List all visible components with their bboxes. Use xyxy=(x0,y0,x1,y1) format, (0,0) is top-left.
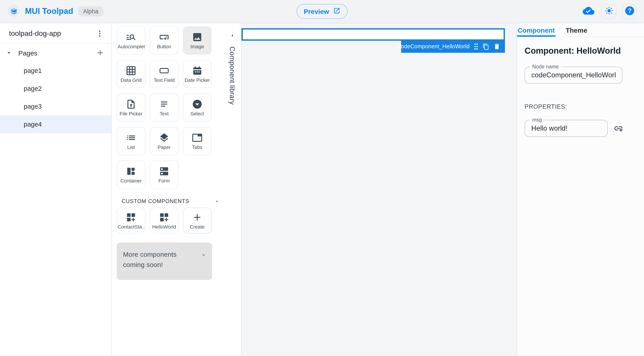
component-cards-grid: AutocompleteButtonImageData GridText Fie… xyxy=(117,26,224,189)
plus-icon xyxy=(192,212,202,222)
component-card-label: Select xyxy=(190,111,204,116)
inspector-content: Component: HelloWorld Node name PROPERTI… xyxy=(517,37,644,137)
pages-tree-header[interactable]: Pages xyxy=(0,44,111,62)
app-window: MUI Toolpad Alpha Preview ? xyxy=(0,0,644,356)
inspector-tabs: Component Theme xyxy=(517,23,644,37)
custom-components-grid: ContactSta…HelloWorldCreate xyxy=(117,208,224,234)
canvas[interactable]: codeComponent_HelloWorld xyxy=(242,23,516,356)
msg-input[interactable] xyxy=(525,124,607,132)
collapse-section-icon xyxy=(214,198,220,204)
selection-toolbar: codeComponent_HelloWorld xyxy=(401,40,505,52)
component-card-label: Text xyxy=(160,111,168,116)
pages-tree: Pages page1page2page3page4 xyxy=(0,44,111,133)
msg-field: msg xyxy=(524,120,608,137)
sidebar-item-page3[interactable]: page3 xyxy=(0,98,111,116)
help-button[interactable]: ? xyxy=(622,4,637,19)
component-card-label: Paper xyxy=(158,144,171,150)
create-component-card[interactable]: Create xyxy=(183,208,212,234)
drag-handle[interactable] xyxy=(474,43,478,50)
node-name-field: Node name xyxy=(524,67,622,84)
component-card-text[interactable]: Text xyxy=(150,94,178,122)
app-title: MUI Toolpad xyxy=(25,7,73,16)
theme-toggle-button[interactable] xyxy=(602,4,616,19)
bind-property-button[interactable] xyxy=(614,124,624,133)
selection-label: codeComponent_HelloWorld xyxy=(398,44,470,50)
component-card-list[interactable]: List xyxy=(117,127,145,155)
component-card-tabs[interactable]: Tabs xyxy=(183,127,212,155)
component-card-label: File Picker xyxy=(120,111,143,116)
main-area: toolpad-dog-app Pages page1page2page3pag… xyxy=(0,23,644,356)
custom-component-card-helloworld[interactable]: HelloWorld xyxy=(150,208,178,234)
component-card-label: Image xyxy=(190,44,204,49)
sidebar-item-page2[interactable]: page2 xyxy=(0,80,111,98)
component-card-label: ContactSta… xyxy=(118,224,144,229)
app-name: toolpad-dog-app xyxy=(9,29,61,37)
sun-icon xyxy=(604,6,613,16)
msg-property-row: msg xyxy=(524,120,644,137)
alpha-badge: Alpha xyxy=(78,6,104,16)
preview-button[interactable]: Preview xyxy=(296,4,347,19)
datagrid-icon xyxy=(126,65,136,76)
list-icon xyxy=(126,132,136,143)
add-page-button[interactable] xyxy=(96,48,105,57)
image-icon xyxy=(192,32,202,42)
trash-icon xyxy=(493,43,500,50)
duplicate-button[interactable] xyxy=(482,43,489,50)
custom-component-card-contactsta[interactable]: ContactSta… xyxy=(117,208,145,234)
component-card-container[interactable]: Container xyxy=(117,160,145,189)
paper-icon xyxy=(159,132,170,143)
node-name-input[interactable] xyxy=(525,71,622,79)
app-row: toolpad-dog-app xyxy=(0,23,111,44)
component-card-label: Button xyxy=(157,44,171,49)
component-card-image[interactable]: Image xyxy=(183,26,212,54)
component-card-label: List xyxy=(127,144,135,150)
tab-theme[interactable]: Theme xyxy=(562,23,590,37)
datepicker-icon xyxy=(192,65,202,76)
component-card-file-picker[interactable]: File Picker xyxy=(117,94,145,122)
sync-status-button[interactable] xyxy=(581,4,596,19)
toolpad-logo-icon xyxy=(7,4,20,19)
component-card-data-grid[interactable]: Data Grid xyxy=(117,60,145,88)
tab-component[interactable]: Component xyxy=(517,23,556,37)
filepicker-icon xyxy=(126,99,136,110)
component-card-select[interactable]: Select xyxy=(183,94,212,122)
component-card-paper[interactable]: Paper xyxy=(150,127,178,155)
banner-text: More components coming soon! xyxy=(123,249,198,274)
component-card-form[interactable]: Form xyxy=(150,160,178,189)
textfield-icon xyxy=(159,65,170,76)
text-icon xyxy=(159,99,170,110)
drag-handle-icon xyxy=(474,43,478,50)
delete-button[interactable] xyxy=(493,43,500,50)
header-actions: ? xyxy=(581,4,637,19)
custom-components-header[interactable]: CUSTOM COMPONENTS xyxy=(117,198,224,204)
component-card-label: Text Field xyxy=(154,77,175,83)
add-link-icon xyxy=(614,124,624,133)
sidebar-item-page4[interactable]: page4 xyxy=(0,116,111,133)
autocomplete-icon xyxy=(126,32,136,42)
tabs-icon xyxy=(192,132,202,143)
component-card-button[interactable]: Button xyxy=(150,26,178,54)
component-card-text-field[interactable]: Text Field xyxy=(150,60,178,88)
more-components-banner[interactable]: More components coming soon! xyxy=(117,242,212,280)
selected-component[interactable] xyxy=(242,28,505,40)
app-menu-button[interactable] xyxy=(95,29,104,38)
help-icon: ? xyxy=(624,5,635,18)
form-icon xyxy=(159,166,170,177)
brand: MUI Toolpad Alpha xyxy=(7,4,104,19)
component-library-panel: AutocompleteButtonImageData GridText Fie… xyxy=(112,23,242,356)
caret-left-icon xyxy=(229,33,235,38)
kebab-icon xyxy=(95,29,104,38)
custom-icon xyxy=(126,212,136,222)
component-card-autocomplete[interactable]: Autocomplete xyxy=(117,26,145,54)
drawer-collapse-button[interactable] xyxy=(229,32,235,40)
sidebar-item-page1[interactable]: page1 xyxy=(0,62,111,80)
properties-label: PROPERTIES: xyxy=(524,103,644,110)
component-card-label: Create xyxy=(190,224,204,229)
select-icon xyxy=(192,99,202,110)
drawer-title: Component library xyxy=(228,46,236,105)
component-library-content: AutocompleteButtonImageData GridText Fie… xyxy=(112,23,224,280)
msg-label: msg xyxy=(530,117,544,122)
component-card-date-picker[interactable]: Date Picker xyxy=(183,60,212,88)
component-card-label: Tabs xyxy=(192,144,202,150)
component-card-label: Form xyxy=(158,178,170,183)
